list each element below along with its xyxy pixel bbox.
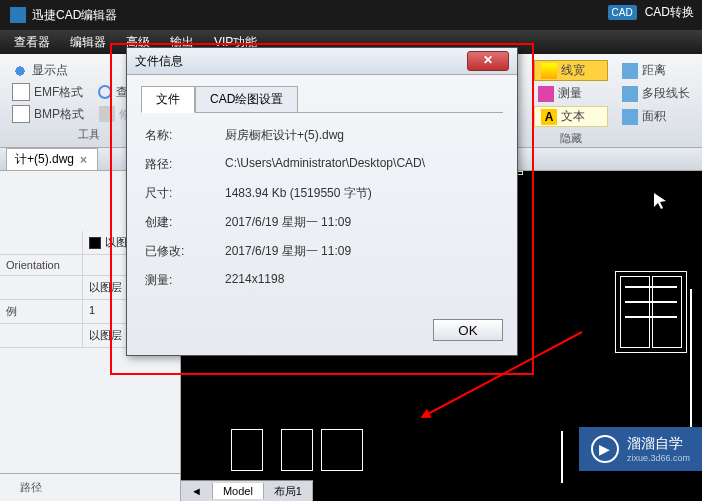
row-name: 名称:厨房橱柜设计+(5).dwg xyxy=(145,127,499,144)
dialog-tabs: 文件 CAD绘图设置 xyxy=(141,85,503,113)
ribbon-col-measure: 距离 多段线长 面积 xyxy=(618,60,694,141)
titlebar-right: CAD CAD转换 xyxy=(608,4,694,21)
text-button[interactable]: A文本 xyxy=(534,106,608,127)
dialog-close-button[interactable]: ✕ xyxy=(467,51,509,71)
watermark-url: zixue.3d66.com xyxy=(627,453,690,463)
text-label: 文本 xyxy=(561,108,585,125)
path-row: 路径 xyxy=(0,473,180,501)
row-measure: 测量:2214x1198 xyxy=(145,272,499,289)
created-key: 创建: xyxy=(145,214,225,231)
dialog-buttons: OK xyxy=(127,311,517,355)
path-value: C:\Users\Administrator\Desktop\CAD\ xyxy=(225,156,499,173)
polyline-label: 多段线长 xyxy=(642,85,690,102)
distance-icon xyxy=(622,63,638,79)
file-tab[interactable]: 计+(5).dwg × xyxy=(6,148,98,170)
row-path: 路径:C:\Users\Administrator\Desktop\CAD\ xyxy=(145,156,499,173)
cursor-icon xyxy=(652,191,672,211)
row-modified: 已修改:2017/6/19 星期一 11:09 xyxy=(145,243,499,260)
cad-badge: CAD xyxy=(608,5,637,20)
play-icon: ▶ xyxy=(591,435,619,463)
doc-icon xyxy=(12,83,30,101)
name-key: 名称: xyxy=(145,127,225,144)
dialog-body: 文件 CAD绘图设置 名称:厨房橱柜设计+(5).dwg 路径:C:\Users… xyxy=(127,75,517,311)
menu-viewer[interactable]: 查看器 xyxy=(4,34,60,51)
color-swatch xyxy=(89,237,101,249)
polyline-button[interactable]: 多段线长 xyxy=(618,83,694,104)
modified-value: 2017/6/19 星期一 11:09 xyxy=(225,243,499,260)
linewidth-icon xyxy=(541,63,557,79)
watermark-badge: ▶ 溜溜自学 zixue.3d66.com xyxy=(579,427,702,471)
row-created: 创建:2017/6/19 星期一 11:09 xyxy=(145,214,499,231)
linewidth-button[interactable]: 线宽 xyxy=(534,60,608,81)
ok-button[interactable]: OK xyxy=(433,319,503,341)
name-value: 厨房橱柜设计+(5).dwg xyxy=(225,127,499,144)
ribbon-group-right: 线宽 测量 A文本 隐藏 距离 多段线长 面积 xyxy=(526,58,702,143)
show-points-label: 显示点 xyxy=(32,62,68,79)
distance-button[interactable]: 距离 xyxy=(618,60,694,81)
dialog-titlebar[interactable]: 文件信息 ✕ xyxy=(127,48,517,75)
close-icon[interactable]: × xyxy=(78,153,89,167)
area-label: 面积 xyxy=(642,108,666,125)
distance-label: 距离 xyxy=(642,62,666,79)
text-icon: A xyxy=(541,109,557,125)
measure-key: 测量: xyxy=(145,272,225,289)
group-hide-label: 隐藏 xyxy=(534,129,608,146)
tab-nav-left[interactable]: ◄ xyxy=(181,483,213,499)
eye-icon xyxy=(12,63,28,79)
watermark-brand: 溜溜自学 xyxy=(627,435,683,451)
dialog-title: 文件信息 xyxy=(135,53,183,70)
emf-label: EMF格式 xyxy=(34,84,83,101)
measure-label: 测量 xyxy=(558,85,582,102)
size-value: 1483.94 Kb (1519550 字节) xyxy=(225,185,499,202)
ribbon-col-hide: 线宽 测量 A文本 隐藏 xyxy=(534,60,608,141)
row-size: 尺寸:1483.94 Kb (1519550 字节) xyxy=(145,185,499,202)
repair-icon xyxy=(99,106,115,122)
cad-convert-link[interactable]: CAD转换 xyxy=(645,4,694,21)
size-key: 尺寸: xyxy=(145,185,225,202)
created-value: 2017/6/19 星期一 11:09 xyxy=(225,214,499,231)
bmp-label: BMP格式 xyxy=(34,106,84,123)
prop-orientation-key: Orientation xyxy=(0,255,83,275)
path-key: 路径: xyxy=(145,156,225,173)
model-tab[interactable]: Model xyxy=(213,483,264,499)
menu-editor[interactable]: 编辑器 xyxy=(60,34,116,51)
file-info-dialog: 文件信息 ✕ 文件 CAD绘图设置 名称:厨房橱柜设计+(5).dwg 路径:C… xyxy=(126,47,518,356)
polyline-icon xyxy=(622,86,638,102)
area-icon xyxy=(622,109,638,125)
ruler-icon xyxy=(538,86,554,102)
file-tab-label: 计+(5).dwg xyxy=(15,151,74,168)
doc-icon-2 xyxy=(12,105,30,123)
linewidth-label: 线宽 xyxy=(561,62,585,79)
modified-key: 已修改: xyxy=(145,243,225,260)
tab-file[interactable]: 文件 xyxy=(141,86,195,113)
app-icon xyxy=(10,7,26,23)
magnifier-icon xyxy=(98,85,112,99)
model-tabbar: ◄ Model 布局1 xyxy=(181,480,313,501)
measure-button[interactable]: 测量 xyxy=(534,83,608,104)
app-titlebar: 迅捷CAD编辑器 CAD CAD转换 xyxy=(0,0,702,30)
prop-scale-key: 例 xyxy=(0,300,83,323)
area-button[interactable]: 面积 xyxy=(618,106,694,127)
app-title: 迅捷CAD编辑器 xyxy=(32,7,117,24)
layout1-tab[interactable]: 布局1 xyxy=(264,482,313,501)
measure-value: 2214x1198 xyxy=(225,272,499,289)
tab-cad-settings[interactable]: CAD绘图设置 xyxy=(195,86,298,113)
